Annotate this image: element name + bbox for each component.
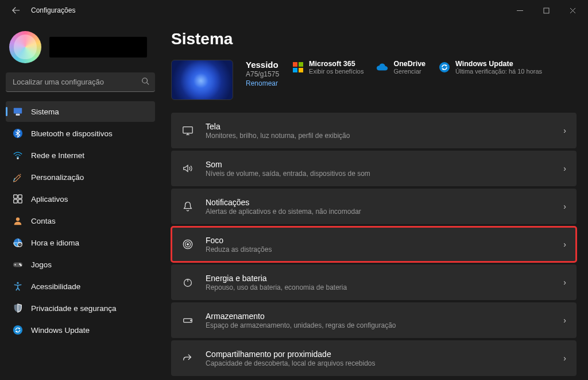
svg-rect-18 (293, 62, 297, 67)
row-title: Tela (206, 122, 563, 131)
row-sub: Reduza as distrações (206, 245, 563, 254)
nav-label: Sistema (31, 108, 59, 116)
search-input[interactable] (6, 72, 155, 92)
svg-rect-0 (544, 8, 549, 13)
svg-point-5 (17, 158, 18, 159)
aplicativos-icon (13, 194, 23, 204)
close-button[interactable] (559, 1, 586, 20)
back-button[interactable] (9, 3, 23, 17)
personalizacao-icon (13, 172, 23, 182)
setting-row-foco[interactable]: FocoReduza as distrações› (171, 227, 577, 262)
row-title: Notificações (206, 198, 563, 207)
page-title: Sistema (171, 30, 577, 48)
svg-rect-23 (183, 127, 192, 133)
pc-name: Yessido (246, 60, 279, 70)
nav-label: Acessibilidade (31, 282, 80, 291)
update-icon (438, 61, 451, 74)
pc-model: A75/g1575 (246, 70, 279, 78)
setting-row-notificacoes[interactable]: NotificaçõesAlertas de aplicativos e do … (171, 189, 577, 224)
update-icon (13, 325, 23, 335)
nav-item-personalizacao[interactable]: Personalização (6, 167, 155, 187)
nav-item-acessibilidade[interactable]: Acessibilidade (6, 276, 155, 297)
svg-rect-6 (14, 195, 17, 198)
row-sub: Níveis de volume, saída, entrada, dispos… (206, 170, 563, 178)
nav-item-sistema[interactable]: Sistema (6, 101, 155, 122)
nav-item-privacidade[interactable]: Privacidade e segurança (6, 298, 155, 318)
avatar (9, 31, 41, 63)
onedrive-icon (376, 61, 389, 74)
svg-rect-3 (16, 114, 19, 116)
pc-rename-link[interactable]: Renomear (246, 79, 279, 87)
svg-point-15 (21, 264, 22, 266)
setting-row-compartilhamento[interactable]: Compartilhamento por proximidadeCapacida… (171, 340, 577, 376)
row-sub: Espaço de armazenamento, unidades, regra… (206, 321, 563, 329)
nav-label: Contas (31, 217, 56, 225)
setting-row-energia[interactable]: Energia e bateriaRepouso, uso da bateria… (171, 264, 577, 300)
row-sub: Monitores, brilho, luz noturna, perfil d… (206, 132, 563, 140)
svg-rect-2 (14, 108, 22, 114)
window-title: Configurações (31, 6, 75, 14)
svg-point-22 (439, 62, 450, 72)
service-onedrive[interactable]: OneDriveGerenciar (376, 60, 425, 75)
m365-title: Microsoft 365 (309, 60, 363, 68)
svg-rect-9 (18, 199, 22, 203)
nav-item-contas[interactable]: Contas (6, 210, 155, 231)
chevron-right-icon: › (563, 202, 566, 211)
chevron-right-icon: › (563, 316, 566, 325)
minimize-button[interactable] (506, 1, 533, 20)
nav-item-rede[interactable]: Rede e Internet (6, 145, 155, 166)
row-sub: Repouso, uso da bateria, economia de bat… (206, 283, 563, 291)
nav-label: Rede e Internet (31, 151, 84, 160)
setting-row-tela[interactable]: TelaMonitores, brilho, luz noturna, perf… (171, 113, 577, 148)
svg-point-29 (191, 320, 191, 321)
profile-name-redacted (49, 37, 147, 57)
jogos-icon (13, 259, 23, 270)
som-icon (181, 162, 194, 175)
maximize-button[interactable] (533, 1, 559, 20)
tela-icon (181, 124, 194, 137)
notificacoes-icon (181, 200, 194, 213)
nav-item-jogos[interactable]: Jogos (6, 254, 155, 275)
profile[interactable] (9, 31, 155, 63)
service-m365[interactable]: Microsoft 365Exibir os benefícios (292, 60, 363, 75)
row-sub: Alertas de aplicativos e do sistema, não… (206, 208, 563, 216)
svg-point-16 (17, 282, 18, 284)
setting-row-armazenamento[interactable]: ArmazenamentoEspaço de armazenamento, un… (171, 302, 577, 338)
sistema-icon (13, 106, 23, 117)
chevron-right-icon: › (563, 240, 566, 249)
window-controls (506, 1, 586, 20)
nav-item-update[interactable]: Windows Update (6, 320, 155, 340)
nav-label: Aplicativos (31, 195, 68, 204)
svg-rect-8 (14, 199, 17, 203)
bluetooth-icon (13, 128, 23, 139)
nav-label: Personalização (31, 173, 84, 182)
row-title: Compartilhamento por proximidade (206, 350, 563, 359)
search (6, 72, 155, 92)
hora-icon (13, 237, 23, 248)
nav-label: Privacidade e segurança (31, 304, 117, 313)
titlebar: Configurações (0, 0, 588, 21)
pc-thumbnail[interactable] (171, 60, 233, 100)
nav-item-aplicativos[interactable]: Aplicativos (6, 189, 155, 209)
nav-item-bluetooth[interactable]: Bluetooth e dispositivos (6, 123, 155, 144)
svg-point-1 (142, 78, 148, 83)
row-title: Armazenamento (206, 312, 563, 321)
chevron-right-icon: › (563, 126, 566, 135)
privacidade-icon (13, 303, 23, 313)
rede-icon (13, 150, 23, 160)
row-sub: Capacidade de descoberta, local de arqui… (206, 359, 563, 367)
nav-label: Jogos (31, 260, 52, 269)
pc-card: Yessido A75/g1575 Renomear Microsoft 365… (171, 60, 577, 100)
nav-item-hora[interactable]: Hora e idioma (6, 232, 155, 253)
nav-list: SistemaBluetooth e dispositivosRede e In… (6, 101, 155, 340)
setting-row-som[interactable]: SomNíveis de volume, saída, entrada, dis… (171, 151, 577, 186)
m365-sub: Exibir os benefícios (309, 68, 363, 75)
energia-icon (181, 276, 194, 289)
sidebar: SistemaBluetooth e dispositivosRede e In… (0, 21, 161, 380)
contas-icon (13, 216, 23, 226)
service-update[interactable]: Windows UpdateÚltima verificação: há 10 … (438, 60, 542, 75)
svg-point-17 (13, 325, 22, 335)
content: Sistema Yessido A75/g1575 Renomear Micro… (161, 21, 588, 380)
chevron-right-icon: › (563, 278, 566, 287)
nav-label: Hora e idioma (31, 239, 79, 247)
